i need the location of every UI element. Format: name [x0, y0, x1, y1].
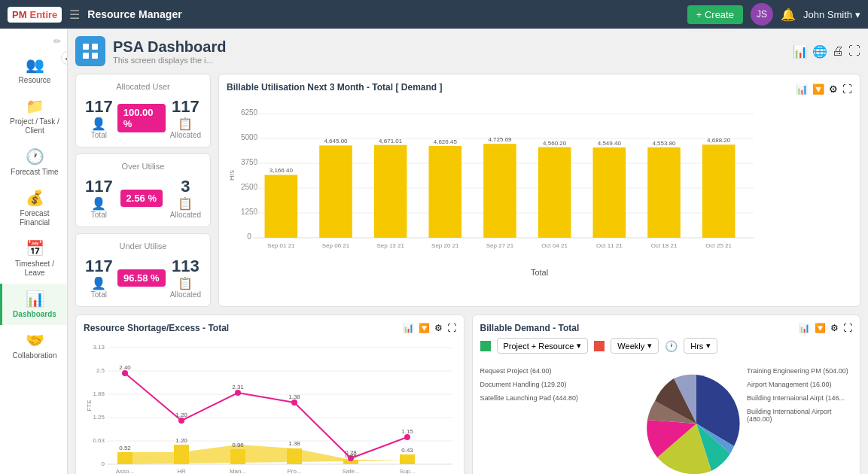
bar-3[interactable] — [429, 146, 462, 238]
under-utilise-total-label: Total — [91, 290, 107, 299]
bar-chart-container: Billable Utilisation Next 3 Month - Tota… — [218, 74, 860, 307]
svg-point-58 — [291, 400, 297, 406]
under-utilise-alloc-group: 113 📋 Allocated — [170, 257, 201, 299]
rs-expand-icon[interactable]: ⛶ — [447, 323, 456, 333]
sidebar-item-timesheet-leave[interactable]: 📅 Timesheet / Leave — [0, 233, 67, 284]
sidebar-item-forecast-time[interactable]: 🕐 Forecast Time — [0, 141, 67, 183]
avatar[interactable]: JS — [751, 3, 773, 26]
user-menu[interactable]: John Smith ▾ — [803, 9, 860, 20]
sidebar-item-project-task-client[interactable]: 📁 Project / Task / Client — [0, 91, 67, 141]
under-utilise-card: Under Utilise 117 👤 Total 96.58 % 113 📋 … — [75, 233, 211, 307]
billable-demand-actions: 📊 🔽 ⚙ ⛶ — [799, 323, 852, 333]
svg-text:Man...: Man... — [230, 468, 246, 474]
over-utilise-title: Over Utilise — [85, 162, 201, 171]
svg-text:Pro...: Pro... — [287, 468, 301, 474]
svg-rect-3 — [92, 53, 98, 59]
svg-text:3.13: 3.13 — [93, 344, 105, 351]
bar-1[interactable] — [319, 145, 352, 238]
sidebar-item-timesheet-label: Timesheet / Leave — [6, 260, 63, 278]
bar-chart-expand-icon[interactable]: ⛶ — [842, 84, 852, 95]
svg-text:4,671.01: 4,671.01 — [379, 138, 403, 144]
sidebar-item-collaboration-label: Collaboration — [13, 351, 57, 360]
bar-7[interactable] — [647, 147, 681, 238]
sidebar-item-collaboration[interactable]: 🤝 Collaboration — [0, 325, 67, 366]
pie-chart-area: Request Project (64.00) Document Handlin… — [480, 360, 853, 474]
project-resource-button[interactable]: Project + Resource ▾ — [497, 338, 589, 354]
svg-text:0.52: 0.52 — [119, 445, 131, 451]
sidebar-item-forecast-financial[interactable]: 💰 Forecast Financial — [0, 183, 67, 233]
svg-text:Sep 01 21: Sep 01 21 — [267, 242, 295, 249]
allocated-user-badge: 100.00 % — [117, 104, 166, 132]
under-utilise-badge: 96.58 % — [117, 269, 166, 287]
allocated-user-total-group: 117 👤 Total — [85, 97, 113, 139]
collaboration-icon: 🤝 — [26, 331, 44, 349]
under-utilise-total: 117 — [85, 257, 113, 276]
pie-legend-building-airport: Building International Airport (480.00) — [747, 408, 852, 423]
edit-icon[interactable]: ✏ — [53, 36, 61, 47]
fullscreen-icon[interactable]: ⛶ — [848, 44, 860, 59]
forecast-time-icon: 🕐 — [26, 147, 44, 166]
rs-filter-icon[interactable]: 🔽 — [419, 323, 430, 333]
bd-filter-icon[interactable]: 🔽 — [815, 323, 826, 333]
bar-8[interactable] — [702, 144, 736, 238]
svg-point-56 — [178, 418, 184, 424]
bar-4[interactable] — [483, 144, 516, 238]
bar-chart-title: Billable Utilisation Next 3 Month - Tota… — [227, 82, 442, 93]
bar-0[interactable] — [265, 175, 298, 238]
pie-control-color2-swatch — [594, 341, 605, 351]
over-utilise-card: Over Utilise 117 👤 Total 2.56 % 3 📋 Allo… — [75, 153, 211, 227]
svg-text:5000: 5000 — [241, 133, 258, 141]
over-utilise-total-group: 117 👤 Total — [85, 177, 113, 219]
logo[interactable]: PM Entire — [8, 7, 62, 23]
excel-icon[interactable]: 📊 — [793, 44, 808, 59]
project-icon: 📁 — [26, 97, 44, 115]
svg-text:1250: 1250 — [241, 208, 258, 216]
sidebar-item-resource[interactable]: 👥 Resource — [0, 50, 67, 91]
menu-icon[interactable]: ☰ — [69, 8, 80, 22]
resource-shortage-header: Resource Shortage/Excess - Total 📊 🔽 ⚙ ⛶ — [84, 323, 456, 333]
main-content: PSA Dashboard This screen displays the i… — [68, 29, 868, 474]
create-button[interactable]: + Create — [687, 5, 743, 24]
notification-bell-icon[interactable]: 🔔 — [781, 8, 796, 22]
logo-entire: Entire — [30, 9, 58, 20]
weekly-button[interactable]: Weekly ▾ — [611, 338, 659, 354]
hrs-button[interactable]: Hrs ▾ — [684, 338, 717, 354]
svg-text:0: 0 — [247, 232, 251, 241]
resource-shortage-container: Resource Shortage/Excess - Total 📊 🔽 ⚙ ⛶… — [75, 314, 464, 474]
bar-chart-settings-icon[interactable]: ⚙ — [829, 84, 838, 95]
over-utilise-person-icon: 👤 — [91, 196, 106, 211]
weekly-chevron: ▾ — [647, 341, 652, 351]
logo-pm: PM — [12, 9, 27, 20]
bar-2[interactable] — [374, 145, 407, 238]
bar-chart-filter-icon[interactable]: 🔽 — [812, 84, 824, 95]
pie-legend-airport-mgmt: Airport Management (16.00) — [747, 381, 852, 388]
bar-chart-svg: 6250 5000 3750 2500 1250 0 Hrs 3,166.40S… — [227, 100, 852, 273]
pie-legend-building-intl: Building Internaional Airpt (146... — [747, 394, 852, 402]
rs-settings-icon[interactable]: ⚙ — [434, 323, 443, 333]
svg-text:4,553.80: 4,553.80 — [652, 140, 676, 147]
svg-text:4,626.45: 4,626.45 — [434, 138, 458, 145]
bottom-row: Resource Shortage/Excess - Total 📊 🔽 ⚙ ⛶… — [75, 314, 860, 474]
svg-rect-52 — [287, 448, 302, 464]
bar-chart-export-icon[interactable]: 📊 — [796, 84, 808, 95]
over-utilise-alloc-icon: 📋 — [178, 196, 193, 211]
globe-icon[interactable]: 🌐 — [812, 44, 827, 59]
rs-export-icon[interactable]: 📊 — [403, 323, 414, 333]
weekly-label: Weekly — [617, 342, 644, 351]
bd-export-icon[interactable]: 📊 — [799, 323, 810, 333]
project-resource-chevron: ▾ — [577, 341, 581, 351]
pie-legend-request: Request Project (64.00) — [480, 367, 586, 375]
bar-6[interactable] — [593, 147, 626, 238]
page-subtitle: This screen displays the i... — [113, 56, 226, 65]
pie-legend-training: Training Engineering PM (504.00) — [747, 367, 852, 375]
bar-5[interactable] — [538, 147, 571, 238]
bd-expand-icon[interactable]: ⛶ — [843, 323, 852, 333]
svg-text:1.20: 1.20 — [175, 412, 187, 418]
print-icon[interactable]: 🖨 — [832, 44, 844, 59]
sidebar-item-dashboards[interactable]: 📊 Dashboards — [0, 284, 67, 325]
sidebar: ✏ ◀ 👥 Resource 📁 Project / Task / Client… — [0, 29, 68, 474]
app-body: ✏ ◀ 👥 Resource 📁 Project / Task / Client… — [0, 29, 868, 474]
hrs-label: Hrs — [690, 342, 703, 351]
bd-settings-icon[interactable]: ⚙ — [830, 323, 839, 333]
svg-text:3750: 3750 — [241, 158, 258, 166]
